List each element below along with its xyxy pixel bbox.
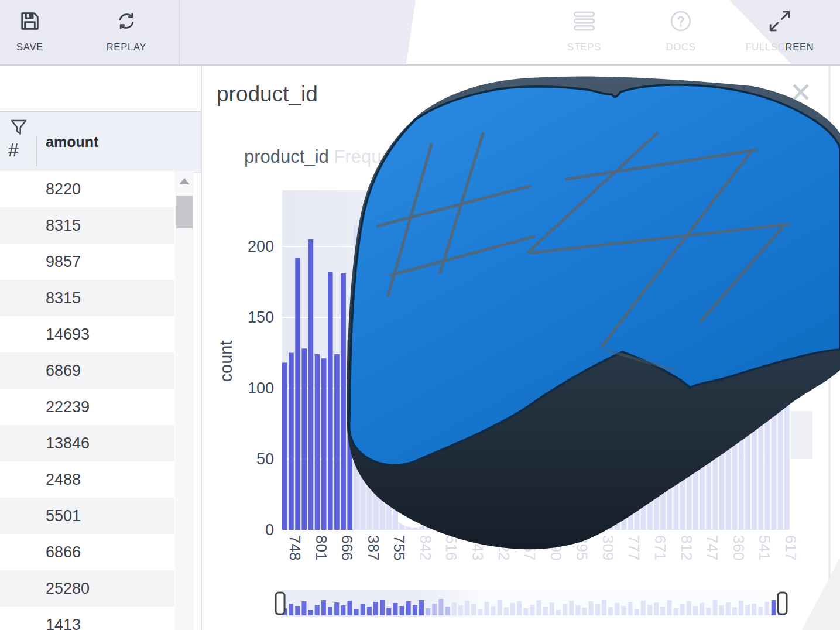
table-row[interactable]: 13846 xyxy=(0,425,174,461)
table-row[interactable]: 22239 xyxy=(0,389,174,425)
replay-icon xyxy=(114,9,139,35)
steps-icon xyxy=(571,9,598,35)
help-icon xyxy=(668,9,693,35)
detail-panel: product_id product_id Frequen ✕ xyxy=(202,66,840,630)
table-row[interactable]: 8220 xyxy=(0,171,174,207)
save-icon xyxy=(18,9,42,35)
fullscreen-label: FULLSCREEN xyxy=(745,42,814,53)
chart-title: product_id Frequen xyxy=(244,146,402,167)
replay-button[interactable]: REPLAY xyxy=(94,0,159,64)
steps-button[interactable]: STEPS xyxy=(550,0,618,64)
table-scrollbar[interactable] xyxy=(175,171,194,630)
page-title: product_id xyxy=(217,82,318,107)
toolbar: SAVE REPLAY STEPS xyxy=(0,0,840,66)
header-divider xyxy=(36,136,37,166)
table-row[interactable]: 6869 xyxy=(0,352,174,389)
table-row[interactable]: 8315 xyxy=(0,280,174,316)
column-header[interactable]: # amount xyxy=(0,111,201,173)
table-row[interactable]: 6866 xyxy=(0,534,174,570)
table-row[interactable]: 9857 xyxy=(0,244,174,280)
replay-label: REPLAY xyxy=(107,42,147,53)
fullscreen-icon xyxy=(767,9,792,35)
table-row[interactable]: 5501 xyxy=(0,498,174,534)
table-row[interactable]: 25280 xyxy=(0,570,174,607)
close-icon[interactable]: ✕ xyxy=(784,76,817,109)
numeric-type-icon: # xyxy=(8,139,19,161)
column-panel: # amount 8220831598578315146936869222391… xyxy=(0,66,202,630)
scroll-up-icon[interactable] xyxy=(179,178,190,184)
steps-label: STEPS xyxy=(567,42,601,53)
docs-button[interactable]: DOCS xyxy=(647,0,715,64)
table-row[interactable]: 2488 xyxy=(0,461,174,498)
save-button[interactable]: SAVE xyxy=(4,0,56,64)
table-row[interactable]: 1413 xyxy=(0,607,174,630)
save-label: SAVE xyxy=(16,42,43,53)
filter-icon[interactable] xyxy=(9,118,28,139)
scrollbar-thumb[interactable] xyxy=(176,196,193,228)
column-name: amount xyxy=(46,133,98,150)
docs-label: DOCS xyxy=(666,42,696,53)
fullscreen-button[interactable]: FULLSCREEN xyxy=(739,0,821,64)
table-row[interactable]: 8315 xyxy=(0,207,174,244)
toolbar-divider xyxy=(179,0,180,64)
value-list: 8220831598578315146936869222391384624885… xyxy=(0,171,174,630)
table-row[interactable]: 14693 xyxy=(0,316,174,352)
